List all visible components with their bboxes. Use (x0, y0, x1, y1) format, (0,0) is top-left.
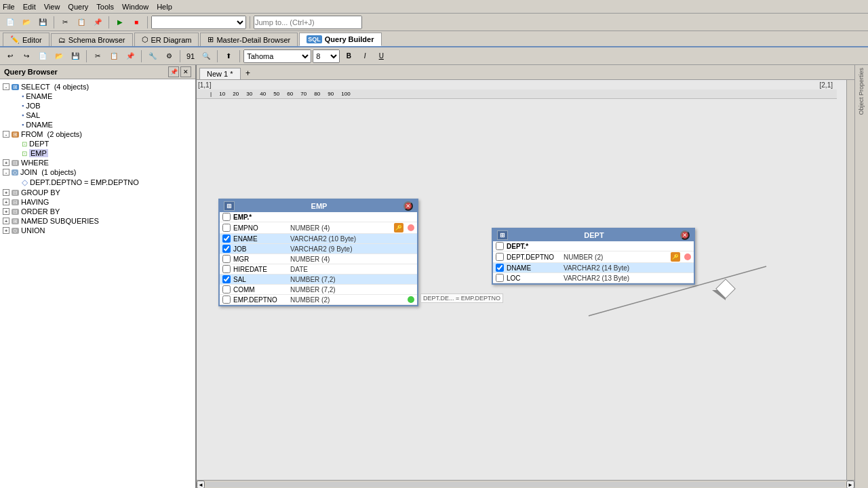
dept-row-loc[interactable]: LOC VARCHAR2 (13 Byte) (493, 273, 694, 283)
mgr-check[interactable] (222, 255, 231, 263)
menu-edit[interactable]: Edit (23, 3, 36, 11)
tree-item-having[interactable]: + ⊟ HAVING (3, 197, 193, 207)
tree-item-job[interactable]: ▪ JOB (3, 101, 193, 110)
expand-where[interactable]: + (3, 159, 9, 166)
tree-item-dname[interactable]: ▪ DNAME (3, 120, 193, 129)
tab-editor[interactable]: ✏️ Editor (3, 33, 50, 46)
dept-row-deptno[interactable]: DEPT.DEPTNO NUMBER (2) 🔑 (493, 251, 694, 263)
t2-btn6[interactable]: ✂ (90, 49, 105, 64)
cut-btn[interactable]: ✂ (58, 15, 73, 30)
t2-btn4[interactable]: 📂 (52, 49, 66, 64)
tree-item-join[interactable]: - ◇ JOIN (1 objects) (3, 167, 193, 177)
canvas-vscroll[interactable] (846, 80, 854, 480)
expand-join[interactable]: - (3, 169, 9, 176)
canvas[interactable]: [1,1] [2,1] | 10 20 30 40 50 60 70 80 90… (197, 80, 846, 480)
menu-query[interactable]: Query (68, 3, 88, 11)
dept-table[interactable]: ⊞ DEPT ✕ DEPT.* DEPT.DEPTNO NUMBER (2) (492, 228, 695, 285)
tree-item-union[interactable]: + ⊙ UNION (3, 226, 193, 235)
emp-row-hiredate[interactable]: HIREDATE DATE (220, 264, 417, 274)
hiredate-check[interactable] (222, 265, 231, 273)
expand-subqueries[interactable]: + (3, 218, 9, 224)
expand-having[interactable]: + (3, 199, 9, 205)
workspace-select[interactable]: <No Workspace selected> (151, 16, 246, 29)
tab-md[interactable]: ⊞ Master-Detail Browser (200, 33, 298, 46)
expand-from[interactable]: - (3, 131, 9, 138)
align-btn[interactable]: ⬆ (221, 49, 236, 64)
expand-select[interactable]: - (3, 83, 9, 90)
run-btn[interactable]: ▶ (113, 15, 127, 30)
dept-loc-check[interactable] (496, 274, 504, 282)
t2-btn1[interactable]: ↩ (3, 49, 18, 64)
tree-item-sal[interactable]: ▪ SAL (3, 110, 193, 120)
emp-row-sal[interactable]: SAL NUMBER (7,2) (220, 274, 417, 285)
dept-close-btn[interactable]: ✕ (680, 230, 690, 240)
menu-view[interactable]: View (44, 3, 60, 11)
close-panel-btn[interactable]: ✕ (180, 66, 191, 77)
t2-btn7[interactable]: 📋 (106, 49, 121, 64)
tree-item-select[interactable]: - ⊞ SELECT (4 objects) (3, 82, 193, 92)
tree-item-orderby[interactable]: + ⊟ ORDER BY (3, 207, 193, 216)
menu-window[interactable]: Window (122, 3, 149, 11)
hscroll-left[interactable]: ◄ (197, 481, 205, 489)
tree-item-emp[interactable]: ⊡ EMP (3, 148, 193, 158)
emp-row-job[interactable]: JOB VARCHAR2 (9 Byte) (220, 244, 417, 254)
tree-item-subqueries[interactable]: + ⊞ NAMED SUBQUERIES (3, 216, 193, 226)
dept-row-dname[interactable]: DNAME VARCHAR2 (14 Byte) (493, 263, 694, 273)
ename-check[interactable] (222, 235, 231, 243)
comm-check[interactable] (222, 285, 231, 293)
sal-check[interactable] (222, 275, 231, 283)
emp-row-empno[interactable]: EMPNO NUMBER (4) 🔑 (220, 222, 417, 234)
emp-deptno-check[interactable] (222, 296, 231, 304)
empno-check[interactable] (222, 224, 231, 232)
menu-tools[interactable]: Tools (96, 3, 114, 11)
tree-item-ename[interactable]: ▪ ENAME (3, 92, 193, 101)
font-select[interactable]: Tahoma (243, 49, 311, 63)
open-btn[interactable]: 📂 (19, 15, 34, 30)
emp-row-mgr[interactable]: MGR NUMBER (4) (220, 254, 417, 264)
t2-btn2[interactable]: ↪ (19, 49, 34, 64)
t2-btn5[interactable]: 💾 (68, 49, 83, 64)
emp-row-ename[interactable]: ENAME VARCHAR2 (10 Byte) (220, 234, 417, 244)
zoom-btn[interactable]: 🔍 (199, 49, 214, 64)
tab-schema[interactable]: 🗂 Schema Browser (51, 33, 133, 46)
copy-btn[interactable]: 📋 (74, 15, 89, 30)
add-tab-btn[interactable]: + (242, 67, 254, 79)
pin-btn[interactable]: 📌 (168, 66, 179, 77)
emp-star-row[interactable]: EMP.* (220, 212, 417, 222)
tab-er[interactable]: ⬡ ER Diagram (134, 33, 199, 46)
bold-btn[interactable]: B (341, 49, 356, 64)
save-btn[interactable]: 💾 (35, 15, 50, 30)
dept-star-check[interactable] (496, 242, 504, 250)
t2-btn9[interactable]: 🔧 (145, 49, 160, 64)
stop-btn[interactable]: ■ (129, 15, 144, 30)
new-btn[interactable]: 📄 (3, 15, 18, 30)
italic-btn[interactable]: I (357, 49, 372, 64)
t2-btn8[interactable]: 📌 (123, 49, 138, 64)
canvas-tab-new1[interactable]: New 1 * (199, 68, 241, 79)
expand-groupby[interactable]: + (3, 189, 9, 196)
tree-item-dept[interactable]: ⊡ DEPT (3, 139, 193, 148)
dept-deptno-check[interactable] (496, 253, 504, 261)
tab-qb[interactable]: SQL Query Builder (299, 33, 381, 46)
expand-orderby[interactable]: + (3, 208, 9, 215)
t2-btn10[interactable]: ⚙ (161, 49, 176, 64)
hscroll-right[interactable]: ► (846, 481, 854, 489)
t2-btn3[interactable]: 📄 (35, 49, 50, 64)
paste-btn[interactable]: 📌 (90, 15, 105, 30)
emp-row-comm[interactable]: COMM NUMBER (7,2) (220, 285, 417, 295)
tree-item-groupby[interactable]: + ⊟ GROUP BY (3, 188, 193, 197)
underline-btn[interactable]: U (374, 49, 389, 64)
expand-union[interactable]: + (3, 227, 9, 234)
menu-file[interactable]: File (3, 3, 15, 11)
tree-item-join-cond[interactable]: ◇ DEPT.DEPTNO = EMP.DEPTNO (3, 177, 193, 188)
dept-dname-check[interactable] (496, 264, 504, 272)
emp-row-deptno[interactable]: EMP.DEPTNO NUMBER (2) (220, 295, 417, 305)
tree-item-where[interactable]: + ⊟ WHERE (3, 158, 193, 167)
emp-star-check[interactable] (222, 213, 231, 221)
emp-table[interactable]: ⊞ EMP ✕ EMP.* EMPNO NUMBER (4) 🔑 (218, 199, 418, 306)
menu-help[interactable]: Help (157, 3, 172, 11)
job-check[interactable] (222, 245, 231, 253)
dept-star-row[interactable]: DEPT.* (493, 241, 694, 251)
tree-item-from[interactable]: - ⊞ FROM (2 objects) (3, 129, 193, 139)
emp-close-btn[interactable]: ✕ (403, 201, 413, 211)
